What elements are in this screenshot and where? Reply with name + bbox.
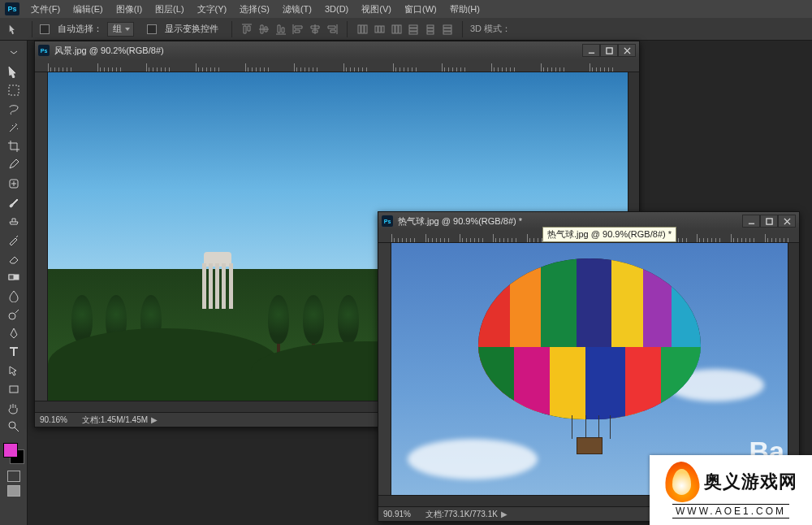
docinfo-value: 773.1K/773.1K: [444, 510, 498, 518]
docinfo-value: 1.45M/1.45M: [101, 415, 148, 424]
lasso-tool[interactable]: [2, 100, 25, 118]
menu-layer[interactable]: 图层(L): [149, 0, 190, 18]
dropdown-value: 组: [113, 23, 122, 35]
auto-select-type-dropdown[interactable]: 组: [107, 22, 134, 37]
eraser-tool[interactable]: [2, 249, 25, 267]
menu-edit[interactable]: 编辑(E): [67, 0, 110, 18]
menu-type[interactable]: 文字(Y): [191, 0, 234, 18]
svg-rect-6: [392, 25, 395, 33]
svg-rect-24: [9, 275, 14, 280]
flame-icon: [665, 462, 699, 502]
balloon-graphic: [478, 258, 700, 455]
svg-rect-15: [443, 25, 451, 28]
clone-stamp-tool[interactable]: [2, 212, 25, 230]
maximize-button[interactable]: [760, 215, 778, 228]
zoom-level[interactable]: 90.16%: [40, 415, 67, 424]
three-d-mode-group: 3D 模式：: [470, 23, 519, 35]
ruler-horizontal[interactable]: 0246810121416182022: [35, 59, 639, 72]
align-right-icon[interactable]: [325, 22, 339, 37]
align-icons-group: [240, 22, 339, 37]
distribute-right-icon[interactable]: [440, 22, 455, 37]
minimize-button[interactable]: [582, 44, 600, 57]
move-tool[interactable]: [2, 63, 25, 80]
distribute-top-icon[interactable]: [355, 22, 369, 37]
brush-tool[interactable]: [2, 193, 25, 211]
svg-rect-13: [427, 28, 434, 31]
crop-tool[interactable]: [2, 137, 25, 155]
menu-3d[interactable]: 3D(D): [318, 0, 355, 18]
gradient-tool[interactable]: [2, 268, 25, 286]
svg-rect-11: [409, 32, 417, 34]
active-tool-indicator-icon[interactable]: [3, 20, 24, 38]
hand-tool[interactable]: [2, 399, 25, 417]
distribute-vcenter-icon[interactable]: [372, 22, 387, 37]
align-top-icon[interactable]: [240, 22, 254, 37]
menu-file[interactable]: 文件(F): [24, 0, 67, 18]
menu-view[interactable]: 视图(V): [355, 0, 398, 18]
window-title: 风景.jpg @ 90.2%(RGB/8#): [54, 45, 582, 57]
docinfo-label: 文档:: [425, 510, 444, 518]
rectangular-marquee-tool[interactable]: [2, 81, 25, 99]
color-swatches[interactable]: [3, 443, 24, 464]
site-url: WWW.AOE1.COM: [672, 504, 789, 518]
distribute-icons-group: [355, 22, 455, 37]
blur-tool[interactable]: [2, 287, 25, 305]
show-transform-label: 显示变换控件: [165, 23, 218, 35]
zoom-level[interactable]: 90.91%: [383, 510, 411, 518]
ruler-vertical[interactable]: [35, 72, 48, 401]
docinfo-menu-icon[interactable]: ▶: [151, 415, 158, 424]
dodge-tool[interactable]: [2, 306, 25, 323]
distribute-left-icon[interactable]: [406, 22, 421, 37]
magic-wand-tool[interactable]: [2, 119, 25, 137]
svg-rect-14: [427, 32, 434, 34]
auto-select-checkbox[interactable]: [40, 24, 50, 34]
menu-filter[interactable]: 滤镜(T): [276, 0, 318, 18]
docinfo-label: 文档:: [82, 415, 101, 424]
distribute-hcenter-icon[interactable]: [423, 22, 438, 37]
menu-window[interactable]: 窗口(W): [398, 0, 443, 18]
ruler-vertical[interactable]: [378, 243, 391, 495]
distribute-bottom-icon[interactable]: [389, 22, 404, 37]
svg-point-25: [9, 313, 15, 319]
rectangle-shape-tool[interactable]: [2, 380, 25, 398]
close-button[interactable]: [618, 44, 636, 57]
screen-mode-toggle-icon[interactable]: [7, 485, 20, 497]
three-d-mode-label: 3D 模式：: [470, 23, 511, 35]
close-button[interactable]: [778, 215, 796, 228]
window-title-tooltip: 热气球.jpg @ 90.9%(RGB/8#) *: [542, 227, 676, 242]
align-left-icon[interactable]: [291, 22, 305, 37]
landscape-tower: [199, 252, 236, 309]
auto-select-label: 自动选择：: [58, 23, 102, 35]
divider: [32, 21, 32, 37]
zoom-tool[interactable]: [2, 418, 25, 436]
quick-mask-toggle-icon[interactable]: [7, 471, 20, 482]
show-transform-checkbox[interactable]: [147, 24, 157, 34]
svg-rect-7: [395, 25, 398, 33]
document-icon: Ps: [38, 45, 50, 56]
docinfo-menu-icon[interactable]: ▶: [501, 510, 508, 518]
document-icon: Ps: [382, 215, 393, 227]
path-selection-tool[interactable]: [2, 362, 25, 380]
history-brush-tool[interactable]: [2, 231, 25, 249]
menu-select[interactable]: 选择(S): [233, 0, 276, 18]
titlebar[interactable]: Ps 风景.jpg @ 90.2%(RGB/8#): [35, 41, 639, 59]
svg-rect-3: [375, 26, 378, 33]
svg-rect-1: [361, 25, 364, 33]
align-bottom-icon[interactable]: [274, 22, 288, 37]
align-hcenter-icon[interactable]: [308, 22, 322, 37]
menu-help[interactable]: 帮助(H): [443, 0, 486, 18]
svg-rect-5: [382, 26, 384, 33]
maximize-button[interactable]: [600, 44, 618, 57]
type-tool[interactable]: [2, 343, 25, 361]
collapse-handle-icon[interactable]: [2, 44, 25, 62]
svg-rect-21: [9, 85, 19, 95]
svg-rect-9: [409, 25, 417, 28]
eyedropper-tool[interactable]: [2, 156, 25, 174]
align-vcenter-icon[interactable]: [257, 22, 271, 37]
divider: [347, 21, 348, 37]
menu-image[interactable]: 图像(I): [110, 0, 149, 18]
minimize-button[interactable]: [742, 215, 760, 228]
spot-healing-brush-tool[interactable]: [2, 175, 25, 193]
foreground-color-swatch[interactable]: [3, 443, 18, 458]
pen-tool[interactable]: [2, 324, 25, 342]
